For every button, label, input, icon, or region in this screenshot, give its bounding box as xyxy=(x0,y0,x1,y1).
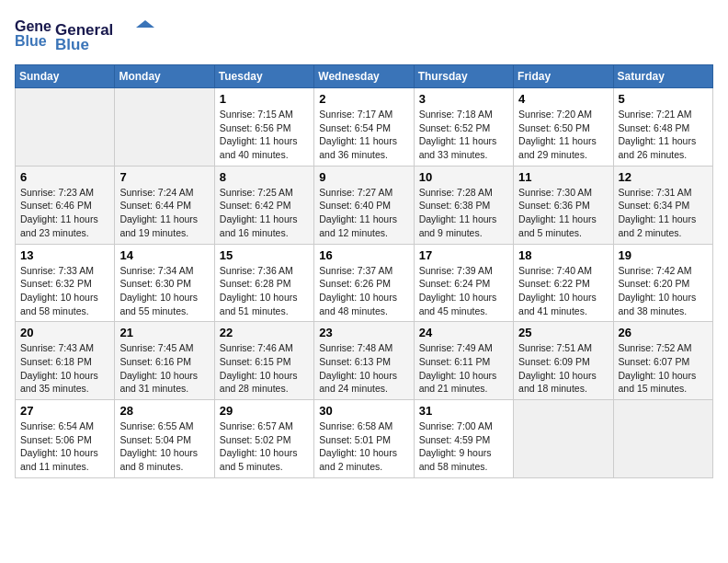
calendar-cell: 5Sunrise: 7:21 AM Sunset: 6:48 PM Daylig… xyxy=(613,88,712,167)
day-number: 22 xyxy=(220,326,309,339)
day-number: 3 xyxy=(419,92,508,106)
day-info: Sunrise: 7:52 AM Sunset: 6:07 PM Dayligh… xyxy=(619,341,708,396)
calendar-cell: 17Sunrise: 7:39 AM Sunset: 6:24 PM Dayli… xyxy=(414,244,513,322)
day-number: 17 xyxy=(419,248,508,262)
day-info: Sunrise: 7:36 AM Sunset: 6:28 PM Dayligh… xyxy=(220,264,309,318)
calendar-cell: 27Sunrise: 6:54 AM Sunset: 5:06 PM Dayli… xyxy=(16,400,115,478)
day-info: Sunrise: 7:20 AM Sunset: 6:50 PM Dayligh… xyxy=(518,108,608,162)
calendar-cell: 6Sunrise: 7:23 AM Sunset: 6:46 PM Daylig… xyxy=(16,166,115,244)
day-number: 5 xyxy=(619,92,708,106)
day-number: 27 xyxy=(20,404,109,418)
day-number: 23 xyxy=(319,326,408,339)
calendar-cell xyxy=(115,88,214,167)
day-info: Sunrise: 7:49 AM Sunset: 6:11 PM Dayligh… xyxy=(419,341,508,396)
calendar-cell: 2Sunrise: 7:17 AM Sunset: 6:54 PM Daylig… xyxy=(314,88,414,167)
calendar-cell: 3Sunrise: 7:18 AM Sunset: 6:52 PM Daylig… xyxy=(414,88,513,167)
calendar-cell: 22Sunrise: 7:46 AM Sunset: 6:15 PM Dayli… xyxy=(214,322,313,400)
day-info: Sunrise: 7:51 AM Sunset: 6:09 PM Dayligh… xyxy=(518,341,608,396)
weekday-header-monday: Monday xyxy=(115,65,214,88)
calendar-cell: 15Sunrise: 7:36 AM Sunset: 6:28 PM Dayli… xyxy=(214,244,313,322)
day-info: Sunrise: 7:31 AM Sunset: 6:34 PM Dayligh… xyxy=(619,186,708,240)
svg-text:General: General xyxy=(15,18,51,34)
calendar-cell: 18Sunrise: 7:40 AM Sunset: 6:22 PM Dayli… xyxy=(514,244,613,322)
day-info: Sunrise: 7:30 AM Sunset: 6:36 PM Dayligh… xyxy=(518,186,608,240)
calendar-cell: 4Sunrise: 7:20 AM Sunset: 6:50 PM Daylig… xyxy=(514,88,613,167)
day-number: 13 xyxy=(20,248,109,262)
day-number: 19 xyxy=(619,248,708,262)
day-number: 9 xyxy=(319,170,408,184)
day-info: Sunrise: 7:46 AM Sunset: 6:15 PM Dayligh… xyxy=(220,341,309,396)
day-number: 29 xyxy=(220,404,309,418)
page-header: General Blue General Blue xyxy=(15,15,713,55)
day-info: Sunrise: 7:34 AM Sunset: 6:30 PM Dayligh… xyxy=(119,264,209,318)
calendar-cell: 31Sunrise: 7:00 AM Sunset: 4:59 PM Dayli… xyxy=(414,400,513,478)
day-info: Sunrise: 7:15 AM Sunset: 6:56 PM Dayligh… xyxy=(220,108,309,162)
calendar-cell: 12Sunrise: 7:31 AM Sunset: 6:34 PM Dayli… xyxy=(613,166,712,244)
calendar-cell: 8Sunrise: 7:25 AM Sunset: 6:42 PM Daylig… xyxy=(214,166,313,244)
day-number: 7 xyxy=(119,170,209,184)
svg-text:Blue: Blue xyxy=(55,36,89,53)
day-info: Sunrise: 7:48 AM Sunset: 6:13 PM Dayligh… xyxy=(319,341,408,396)
calendar-cell: 28Sunrise: 6:55 AM Sunset: 5:04 PM Dayli… xyxy=(115,400,214,478)
day-number: 26 xyxy=(619,326,708,339)
day-info: Sunrise: 7:21 AM Sunset: 6:48 PM Dayligh… xyxy=(619,108,708,162)
weekday-header-saturday: Saturday xyxy=(613,65,712,88)
weekday-header-friday: Friday xyxy=(514,65,613,88)
day-info: Sunrise: 7:37 AM Sunset: 6:26 PM Dayligh… xyxy=(319,264,408,318)
day-number: 12 xyxy=(619,170,708,184)
day-number: 14 xyxy=(119,248,209,262)
day-info: Sunrise: 7:25 AM Sunset: 6:42 PM Dayligh… xyxy=(220,186,309,240)
calendar-cell xyxy=(514,400,613,478)
svg-text:Blue: Blue xyxy=(15,33,47,49)
weekday-header-row: SundayMondayTuesdayWednesdayThursdayFrid… xyxy=(16,65,713,88)
calendar-cell: 24Sunrise: 7:49 AM Sunset: 6:11 PM Dayli… xyxy=(414,322,513,400)
calendar-cell: 25Sunrise: 7:51 AM Sunset: 6:09 PM Dayli… xyxy=(514,322,613,400)
calendar-table: SundayMondayTuesdayWednesdayThursdayFrid… xyxy=(15,64,713,478)
day-info: Sunrise: 7:45 AM Sunset: 6:16 PM Dayligh… xyxy=(119,341,209,396)
logo: General Blue General Blue xyxy=(15,15,156,55)
day-number: 21 xyxy=(119,326,209,339)
day-number: 10 xyxy=(419,170,508,184)
day-info: Sunrise: 7:42 AM Sunset: 6:20 PM Dayligh… xyxy=(619,264,708,318)
logo-text-block: General Blue xyxy=(55,17,156,53)
day-number: 16 xyxy=(319,248,408,262)
day-info: Sunrise: 7:17 AM Sunset: 6:54 PM Dayligh… xyxy=(319,108,408,162)
day-number: 11 xyxy=(518,170,608,184)
calendar-cell: 30Sunrise: 6:58 AM Sunset: 5:01 PM Dayli… xyxy=(314,400,414,478)
day-info: Sunrise: 7:28 AM Sunset: 6:38 PM Dayligh… xyxy=(419,186,508,240)
weekday-header-wednesday: Wednesday xyxy=(314,65,414,88)
week-row-4: 20Sunrise: 7:43 AM Sunset: 6:18 PM Dayli… xyxy=(16,322,713,400)
day-info: Sunrise: 7:00 AM Sunset: 4:59 PM Dayligh… xyxy=(419,419,508,474)
week-row-1: 1Sunrise: 7:15 AM Sunset: 6:56 PM Daylig… xyxy=(16,88,713,167)
calendar-cell: 29Sunrise: 6:57 AM Sunset: 5:02 PM Dayli… xyxy=(214,400,313,478)
calendar-cell: 7Sunrise: 7:24 AM Sunset: 6:44 PM Daylig… xyxy=(115,166,214,244)
day-info: Sunrise: 6:58 AM Sunset: 5:01 PM Dayligh… xyxy=(319,419,408,474)
week-row-2: 6Sunrise: 7:23 AM Sunset: 6:46 PM Daylig… xyxy=(16,166,713,244)
day-info: Sunrise: 6:57 AM Sunset: 5:02 PM Dayligh… xyxy=(220,419,309,474)
day-info: Sunrise: 7:39 AM Sunset: 6:24 PM Dayligh… xyxy=(419,264,508,318)
calendar-cell: 14Sunrise: 7:34 AM Sunset: 6:30 PM Dayli… xyxy=(115,244,214,322)
day-number: 2 xyxy=(319,92,408,106)
day-number: 1 xyxy=(220,92,309,106)
calendar-cell: 10Sunrise: 7:28 AM Sunset: 6:38 PM Dayli… xyxy=(414,166,513,244)
day-number: 18 xyxy=(518,248,608,262)
day-number: 28 xyxy=(119,404,209,418)
day-number: 6 xyxy=(20,170,109,184)
week-row-3: 13Sunrise: 7:33 AM Sunset: 6:32 PM Dayli… xyxy=(16,244,713,322)
logo-icon: General Blue xyxy=(15,15,51,55)
day-info: Sunrise: 7:24 AM Sunset: 6:44 PM Dayligh… xyxy=(119,186,209,240)
day-number: 15 xyxy=(220,248,309,262)
day-info: Sunrise: 7:40 AM Sunset: 6:22 PM Dayligh… xyxy=(518,264,608,318)
day-info: Sunrise: 7:43 AM Sunset: 6:18 PM Dayligh… xyxy=(20,341,109,396)
calendar-cell xyxy=(16,88,115,167)
day-number: 31 xyxy=(419,404,508,418)
calendar-cell: 16Sunrise: 7:37 AM Sunset: 6:26 PM Dayli… xyxy=(314,244,414,322)
svg-marker-4 xyxy=(136,20,154,28)
day-info: Sunrise: 7:27 AM Sunset: 6:40 PM Dayligh… xyxy=(319,186,408,240)
day-number: 30 xyxy=(319,404,408,418)
day-number: 4 xyxy=(518,92,608,106)
calendar-cell: 19Sunrise: 7:42 AM Sunset: 6:20 PM Dayli… xyxy=(613,244,712,322)
calendar-cell: 20Sunrise: 7:43 AM Sunset: 6:18 PM Dayli… xyxy=(16,322,115,400)
calendar-cell: 9Sunrise: 7:27 AM Sunset: 6:40 PM Daylig… xyxy=(314,166,414,244)
day-info: Sunrise: 7:23 AM Sunset: 6:46 PM Dayligh… xyxy=(20,186,109,240)
